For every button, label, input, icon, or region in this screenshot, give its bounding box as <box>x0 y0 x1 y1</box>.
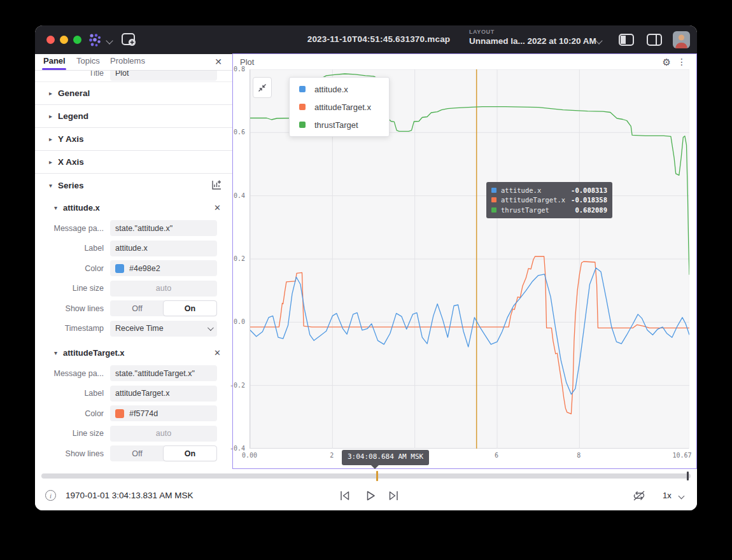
x-tick-label: 10.67 <box>672 452 691 459</box>
layout-chevron-icon[interactable] <box>595 37 602 44</box>
field-row-line-size: Line size auto <box>35 279 232 299</box>
add-panel-icon[interactable] <box>121 32 136 49</box>
field-row-show-lines: Show lines Off On <box>35 444 232 464</box>
layout-selector[interactable]: LAYOUT Unnamed la... 2022 at 10:20 AM <box>469 29 596 46</box>
section-y-axis[interactable]: ▸ Y Axis <box>35 128 232 151</box>
field-row-show-lines: Show lines Off On <box>35 298 232 319</box>
color-swatch[interactable] <box>115 264 124 273</box>
label-input[interactable]: attitudeTarget.x <box>110 386 217 402</box>
play-button[interactable] <box>364 489 377 505</box>
timeline-end-marker <box>687 472 689 480</box>
value-tooltip: attitude.x-0.008313attitudeTarget.x-0.01… <box>486 182 612 218</box>
legend-label: attitude.x <box>314 85 348 94</box>
info-icon[interactable]: i <box>45 490 56 501</box>
field-row-color: Color #4e98e2 <box>35 258 232 279</box>
field-row-color: Color #f5774d <box>35 403 232 424</box>
show-lines-off-button[interactable]: Off <box>111 446 164 461</box>
legend-item[interactable]: attitude.x <box>290 80 389 98</box>
user-avatar[interactable] <box>673 31 690 48</box>
x-tick-label: 2 <box>330 452 334 459</box>
field-row-message-path: Message pa... state."attitudeTarget.x" <box>35 363 232 384</box>
legend-label: thrustTarget <box>314 120 358 130</box>
tooltip-row: attitudeTarget.x-0.018358 <box>491 195 607 206</box>
timeline-scrubber[interactable] <box>41 473 691 479</box>
series-attitude-target-x-header[interactable]: ▾ attitudeTarget.x ✕ <box>35 342 232 363</box>
color-input[interactable]: #4e98e2 <box>110 260 217 276</box>
seek-forward-button[interactable] <box>387 489 400 505</box>
section-series[interactable]: ▾ Series <box>35 174 232 197</box>
add-series-icon[interactable] <box>211 179 222 193</box>
tooltip-swatch <box>491 188 496 193</box>
y-tick-label: 0.4 <box>220 192 245 199</box>
show-lines-toggle: Off On <box>110 445 217 461</box>
section-general[interactable]: ▸ General <box>35 82 232 105</box>
tooltip-swatch <box>491 197 496 202</box>
tab-panel[interactable]: Panel <box>43 56 66 66</box>
foxglove-logo-icon[interactable] <box>87 32 102 50</box>
legend-swatch <box>299 86 306 92</box>
timestamp-select[interactable]: Receive Time <box>110 321 217 337</box>
scrolled-title-row: Title Plot <box>35 71 232 82</box>
message-path-input[interactable]: state."attitudeTarget.x" <box>110 365 217 381</box>
playback-timestamp: 1970-01-01 3:04:13.831 AM MSK <box>66 491 193 500</box>
section-x-axis[interactable]: ▸ X Axis <box>35 151 232 174</box>
line-size-input[interactable]: auto <box>110 281 217 297</box>
chevron-down-icon <box>208 325 214 331</box>
tooltip-swatch <box>491 207 496 213</box>
panel-settings-sidebar: Panel Topics Problems ✕ Title Plot ▸ Gen… <box>35 54 232 469</box>
playback-speed[interactable]: 1x <box>663 491 672 500</box>
title-field-label: Title <box>35 71 110 78</box>
y-tick-label: -0.2 <box>220 382 245 389</box>
legend-item[interactable]: thrustTarget <box>290 116 389 134</box>
legend-item[interactable]: attitudeTarget.x <box>290 98 389 116</box>
remove-series-icon[interactable]: ✕ <box>214 203 221 213</box>
remove-series-icon[interactable]: ✕ <box>214 348 221 358</box>
active-tab-underline <box>42 68 66 70</box>
loop-off-icon[interactable] <box>632 489 646 505</box>
section-legend[interactable]: ▸ Legend <box>35 105 232 128</box>
y-tick-label: 0.6 <box>220 129 245 136</box>
window-title: 2023-11-10T04:51:45.631370.mcap <box>264 34 493 44</box>
x-tick-label: 8 <box>577 452 581 459</box>
plot-panel[interactable]: Plot ⚙ ⋮ 0.80.60.40.20.0-0.2-0.4 0.00268… <box>232 53 697 469</box>
seek-backward-button[interactable] <box>339 489 351 505</box>
sidebar-tabs: Panel Topics Problems ✕ <box>35 54 232 71</box>
data-source-chevron-icon[interactable] <box>106 37 113 44</box>
show-lines-toggle: Off On <box>110 300 217 316</box>
series-attitude-x-header[interactable]: ▾ attitude.x ✕ <box>35 197 232 218</box>
color-input[interactable]: #f5774d <box>110 405 217 421</box>
minimize-window-button[interactable] <box>60 36 68 44</box>
line-size-input[interactable]: auto <box>110 426 217 442</box>
show-lines-on-button[interactable]: On <box>164 301 216 316</box>
collapse-legend-button[interactable] <box>253 77 272 98</box>
gear-icon[interactable]: ⚙ <box>663 57 671 68</box>
tooltip-row: thrustTarget0.682089 <box>491 205 607 215</box>
field-row-label: Label attitude.x <box>35 239 232 259</box>
y-tick-label: 0.8 <box>220 66 245 73</box>
show-lines-on-button[interactable]: On <box>164 446 216 461</box>
tooltip-series-value: -0.008313 <box>571 186 607 194</box>
title-field[interactable]: Plot <box>110 71 217 81</box>
show-lines-off-button[interactable]: Off <box>111 301 164 316</box>
field-row-line-size: Line size auto <box>35 424 232 444</box>
left-sidebar-toggle-icon[interactable] <box>619 34 634 46</box>
speed-chevron-icon[interactable] <box>679 493 685 500</box>
kebab-menu-icon[interactable]: ⋮ <box>677 57 686 67</box>
legend-swatch <box>299 122 306 128</box>
message-path-input[interactable]: state."attitude.x" <box>110 220 217 236</box>
seek-time-tooltip: 3:04:08.684 AM MSK <box>342 450 429 465</box>
right-sidebar-toggle-icon[interactable] <box>647 34 662 46</box>
close-window-button[interactable] <box>46 36 55 44</box>
tab-topics[interactable]: Topics <box>76 56 100 66</box>
y-tick-label: 0.2 <box>220 255 245 262</box>
playback-controls-bar: i 1970-01-01 3:04:13.831 AM MSK <box>35 481 697 510</box>
tab-problems[interactable]: Problems <box>110 56 145 66</box>
maximize-window-button[interactable] <box>73 36 81 44</box>
x-tick-label: 0.00 <box>242 452 257 459</box>
legend-swatch <box>299 104 306 110</box>
layout-name: Unnamed la... 2022 at 10:20 AM <box>469 36 596 46</box>
playhead-marker[interactable] <box>376 471 378 481</box>
label-input[interactable]: attitude.x <box>110 241 217 256</box>
color-swatch[interactable] <box>115 409 124 418</box>
plot-legend: attitude.xattitudeTarget.xthrustTarget <box>289 77 390 137</box>
